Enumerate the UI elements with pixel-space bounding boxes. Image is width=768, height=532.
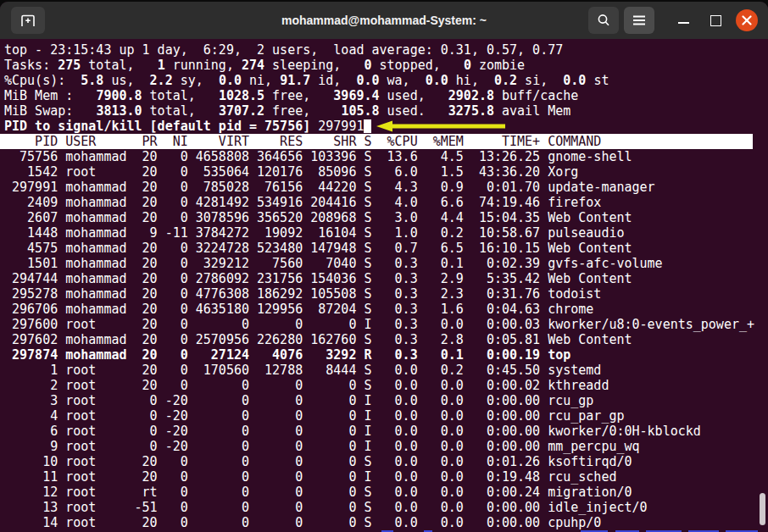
process-row: 1448 mohammad 9 -11 3784272 19092 16104 …: [4, 225, 768, 241]
process-row: 4 root 0 -20 0 0 0 I 0.0 0.0 0:00.00 rcu…: [4, 408, 768, 424]
process-row: 297602 mohammad 20 0 2570956 226280 1627…: [4, 332, 768, 347]
process-row: 10 root 20 0 0 0 0 S 0.0 0.0 0:01.26 kso…: [4, 454, 768, 469]
process-row: 11 root 20 0 0 0 0 I 0.0 0.0 0:19.48 rcu…: [4, 469, 768, 485]
minimize-icon: [678, 22, 689, 24]
maximize-icon: [710, 15, 721, 26]
process-row: 6 root 0 -20 0 0 0 I 0.0 0.0 0:00.00 kwo…: [4, 424, 768, 439]
hamburger-menu-icon: [632, 14, 646, 26]
summary-line: MiB Swap: 3813.0 total, 3707.2 free, 105…: [4, 103, 768, 119]
summary-line: MiB Mem : 7900.8 total, 1028.5 free, 396…: [4, 88, 768, 103]
prompt-input-value: 297991: [318, 119, 364, 134]
minimize-button[interactable]: [673, 10, 693, 30]
process-row: 75756 mohammad 20 0 4658808 364656 10339…: [4, 149, 768, 164]
process-row: 12 root rt 0 0 0 0 S 0.0 0.0 0:00.24 mig…: [4, 485, 768, 500]
summary-line: top - 23:15:43 up 1 day, 6:29, 2 users, …: [4, 42, 768, 58]
scrollbar-thumb[interactable]: [760, 493, 765, 525]
summary-line: Tasks: 275 total, 1 running, 274 sleepin…: [4, 58, 768, 73]
process-row: 297600 root 20 0 0 0 0 I 0.3 0.0 0:00.03…: [4, 317, 768, 332]
summary-line: %Cpu(s): 5.8 us, 2.2 sy, 0.0 ni, 91.7 id…: [4, 73, 768, 88]
new-tab-icon: [19, 14, 36, 28]
process-row: 9 root 0 -20 0 0 0 I 0.0 0.0 0:00.00 mm_…: [4, 439, 768, 454]
menu-button[interactable]: [624, 7, 654, 34]
process-row: 3 root 0 -20 0 0 0 I 0.0 0.0 0:00.00 rcu…: [4, 393, 768, 408]
terminal-screen[interactable]: top - 23:15:43 up 1 day, 6:29, 2 users, …: [0, 39, 768, 532]
process-row: 295278 mohammad 20 0 4776308 186292 1055…: [4, 286, 768, 302]
prompt-label: PID to signal/kill [default pid = 75756]: [4, 119, 318, 134]
new-tab-button[interactable]: [11, 7, 45, 34]
process-row: 1 root 20 0 170560 12788 8444 S 0.0 0.2 …: [4, 363, 768, 378]
process-row: 1542 root 20 0 535064 120176 85096 S 6.0…: [4, 164, 768, 180]
search-icon: [596, 13, 611, 28]
process-row: 2 root 20 0 0 0 0 S 0.0 0.0 0:00.02 kthr…: [4, 378, 768, 393]
process-row: 294744 mohammad 20 0 2786092 231756 1540…: [4, 271, 768, 286]
process-row: 4575 mohammad 20 0 3224728 523480 147948…: [4, 241, 768, 256]
close-button[interactable]: [736, 9, 758, 31]
annotation-arrow-icon: [376, 120, 505, 132]
process-row: 2409 mohammad 20 0 4281492 534916 204416…: [4, 195, 768, 210]
titlebar: mohammad@mohammad-System: ~: [0, 2, 768, 40]
close-icon: [742, 15, 752, 25]
process-rows: 75756 mohammad 20 0 4658808 364656 10339…: [4, 149, 768, 530]
table-header-row: PID USER PR NI VIRT RES SHR S %CPU %MEM …: [0, 134, 753, 149]
process-row: 297991 mohammad 20 0 785028 76156 44220 …: [4, 180, 768, 195]
process-row: 13 root -51 0 0 0 0 S 0.0 0.0 0:00.00 id…: [4, 500, 768, 515]
cursor-block: [364, 119, 371, 133]
process-row: 297874 mohammad 20 0 27124 4076 3292 R 0…: [4, 347, 768, 363]
maximize-button[interactable]: [705, 10, 726, 30]
process-row: 1501 mohammad 20 0 329212 7560 7040 S 0.…: [4, 256, 768, 271]
summary-lines: top - 23:15:43 up 1 day, 6:29, 2 users, …: [4, 42, 768, 119]
search-button[interactable]: [588, 7, 619, 34]
process-row: 296706 mohammad 20 0 4635180 129956 8720…: [4, 302, 768, 317]
process-row: 2607 mohammad 20 0 3078596 356520 208968…: [4, 210, 768, 225]
terminal-window: mohammad@mohammad-System: ~: [0, 2, 768, 532]
process-row: 14 root 20 0 0 0 0 S 0.0 0.0 0:00.00 cpu…: [4, 515, 768, 530]
